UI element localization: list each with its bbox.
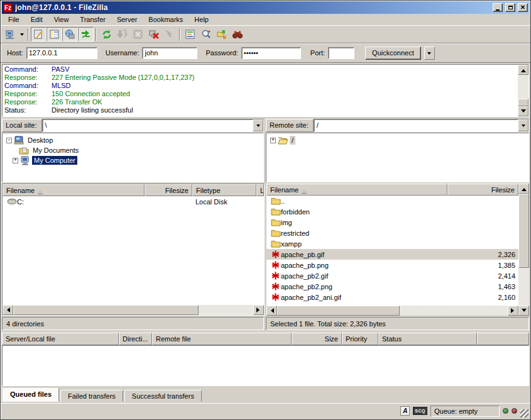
file-row[interactable]: restricted [266,228,518,238]
scroll-left-button[interactable] [3,305,13,315]
scrollbar-thumb[interactable] [13,305,199,315]
menu-help[interactable]: Help [189,14,214,25]
toggle-local-tree-button[interactable] [47,27,62,41]
local-directory-tree[interactable]: - Desktop My Documents + My Computer [2,133,264,182]
resize-grip[interactable] [520,409,528,417]
site-manager-dropdown[interactable] [18,27,26,41]
site-manager-button[interactable] [2,27,18,41]
tree-item-my-computer[interactable]: + My Computer [4,155,262,165]
desktop-icon [14,136,24,145]
file-row[interactable]: apache_pb2_ani.gif 2,160 [266,292,518,302]
quickconnect-button[interactable]: Quickconnect [365,47,421,60]
tab-queued-files[interactable]: Queued files [3,388,59,402]
remote-file-rows[interactable]: .. forbidden img restricted [266,196,518,306]
scroll-up-button[interactable] [518,65,528,75]
queue-body[interactable] [2,345,529,386]
toggle-remote-tree-button[interactable] [62,27,78,41]
tab-failed-transfers[interactable]: Failed transfers [60,390,123,402]
menu-view[interactable]: View [48,14,75,25]
toggle-transfer-queue-button[interactable] [78,27,94,41]
menu-server[interactable]: Server [111,14,143,25]
remote-horizontal-scrollbar[interactable] [266,306,518,316]
file-row[interactable]: apache_pb2.gif 2,414 [266,270,518,281]
file-row-drive-c[interactable]: C: Local Disk [3,196,264,207]
file-row[interactable]: forbidden [266,206,518,217]
scrollbar-thumb[interactable] [277,306,400,316]
toggle-message-log-button[interactable] [31,27,47,41]
minimize-button[interactable] [493,3,503,12]
process-queue-button[interactable] [114,27,130,41]
file-row[interactable]: .. [266,196,518,206]
scroll-left-button[interactable] [266,306,277,316]
drive-icon [7,197,17,206]
password-input[interactable] [241,47,301,59]
scroll-up-button[interactable] [518,184,529,194]
titlebar[interactable]: Fz john@127.0.0.1 - FileZilla ✕ [2,1,529,14]
tree-item-root[interactable]: + / [268,135,527,145]
remote-directory-tree[interactable]: + / [266,133,529,182]
scrollbar-thumb[interactable] [518,99,528,106]
column-header-filesize[interactable]: Filesize [447,184,518,196]
column-header-filename[interactable]: Filename [3,184,145,196]
arrow-up-icon [522,185,527,191]
column-header-status[interactable]: Status [378,333,477,345]
tree-item-desktop[interactable]: - Desktop [4,135,262,145]
log-vertical-scrollbar[interactable] [518,65,528,116]
host-input[interactable] [26,47,97,59]
column-header-filename[interactable]: Filename [266,184,447,196]
remote-site-combo[interactable]: / [314,119,529,132]
collapse-icon[interactable]: - [6,138,12,143]
local-site-dropdown[interactable] [253,119,263,131]
find-files-button[interactable] [229,27,245,41]
column-header-last-modified[interactable]: L [256,184,264,196]
menu-transfer[interactable]: Transfer [74,14,111,25]
column-header-filetype[interactable]: Filetype [192,184,256,196]
file-row[interactable]: apache_pb2.png 1,463 [266,281,518,292]
expand-icon[interactable]: + [13,158,18,163]
column-header-priority[interactable]: Priority [342,333,378,345]
disconnect-button[interactable] [146,27,161,41]
close-button[interactable]: ✕ [518,3,528,12]
local-horizontal-scrollbar[interactable] [3,305,264,315]
scroll-down-button[interactable] [518,106,528,116]
file-name: apache_pb.gif [281,251,324,258]
reconnect-button[interactable] [161,27,177,41]
maximize-button[interactable] [505,3,515,12]
synchronized-browsing-button[interactable] [214,27,229,41]
file-row[interactable]: xampp [266,238,518,249]
tab-successful-transfers[interactable]: Successful transfers [124,390,202,402]
file-row[interactable]: img [266,217,518,228]
cancel-operation-button[interactable] [130,27,146,41]
file-row[interactable]: apache_pb.png 1,385 [266,260,518,270]
scroll-right-button[interactable] [253,305,264,315]
scroll-down-button[interactable] [518,306,529,316]
file-row-selected[interactable]: apache_pb.gif 2,326 [266,249,518,260]
column-header-size[interactable]: Size [292,333,342,345]
remote-vertical-scrollbar[interactable] [518,184,529,316]
transfer-type-indicator-icon[interactable]: A [400,406,410,416]
directory-listing-filters-button[interactable] [182,27,198,41]
speed-limits-indicator-icon[interactable]: SCQ [413,407,427,415]
log-line: Response:150 Connection accepted [4,90,518,98]
menu-bookmarks[interactable]: Bookmarks [143,14,189,25]
column-header-remote-file[interactable]: Remote file [152,333,292,345]
menu-file[interactable]: File [3,14,25,25]
menu-edit[interactable]: Edit [25,14,48,25]
username-input[interactable] [142,47,197,59]
column-header-direction[interactable]: Directi... [119,333,152,345]
port-input[interactable] [328,47,354,59]
local-file-rows[interactable]: C: Local Disk [3,196,264,305]
local-site-combo[interactable]: \ [42,119,264,132]
tree-item-my-documents[interactable]: My Documents [4,145,262,155]
column-header-server-local-file[interactable]: Server/Local file [2,333,119,345]
column-header-filesize[interactable]: Filesize [145,184,192,196]
remote-site-dropdown[interactable] [518,119,528,131]
expand-icon[interactable]: + [270,138,276,143]
quickconnect-dropdown[interactable] [424,47,435,60]
queue-header: Server/Local file Directi... Remote file… [2,333,529,345]
scroll-right-button[interactable] [508,306,518,316]
log-line: Command:PASV [4,65,518,74]
directory-comparison-button[interactable] [198,27,214,41]
refresh-button[interactable] [99,27,114,41]
scrollbar-thumb[interactable] [518,194,529,268]
